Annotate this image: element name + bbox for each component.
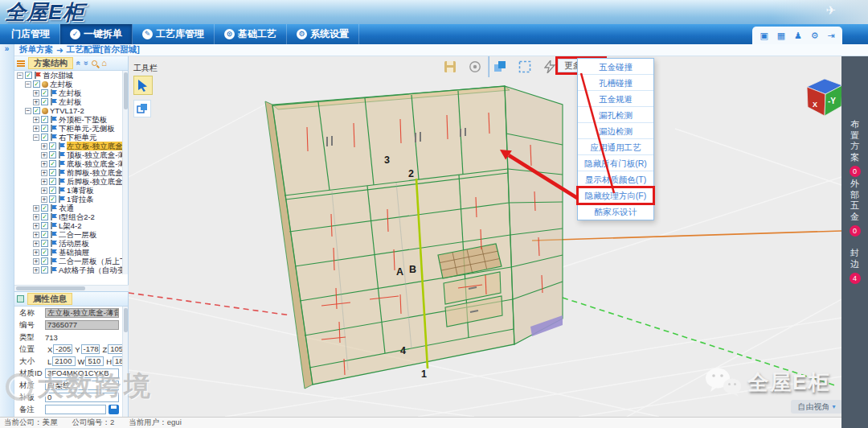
context-menu-item-隐藏纹理方向(F)[interactable]: 隐藏纹理方向(F)	[578, 187, 653, 204]
checkbox[interactable]: ✓	[41, 249, 48, 256]
tree-row[interactable]: +✓后脚板-独立底盒	[14, 177, 122, 186]
tree-row[interactable]: +✓A款格子抽（自动变格数	[14, 265, 122, 274]
expand-node-icon[interactable]: +	[33, 241, 39, 247]
checkbox[interactable]: ✓	[41, 240, 48, 247]
checkbox[interactable]: ✓	[49, 142, 56, 150]
context-menu-item-孔槽碰撞[interactable]: 孔槽碰撞	[578, 75, 653, 91]
checkbox[interactable]: ✓	[33, 107, 40, 114]
checkbox[interactable]: ✓	[41, 98, 48, 105]
tree-row[interactable]: +✓外顶柜-下垫板	[14, 115, 122, 124]
tree-row[interactable]: +✓左封板	[14, 97, 122, 106]
menu-tab-一键拆单[interactable]: ✓一键拆单	[60, 24, 133, 44]
checkbox[interactable]: ✓	[49, 178, 56, 185]
tree-row[interactable]: +✓前脚板-独立底盒	[14, 168, 122, 177]
panel-collapse-strip[interactable]: »	[0, 44, 14, 417]
focus-target-button[interactable]	[467, 59, 483, 75]
props-vertical-scrollbar[interactable]	[122, 307, 128, 418]
tree-row[interactable]: +✓底板-独立底盒-薄背板	[14, 159, 122, 168]
checkbox[interactable]: ✓	[49, 187, 56, 194]
checkbox[interactable]: ✓	[49, 169, 56, 176]
right-tab-布置方案[interactable]: 布置方案0	[841, 119, 868, 177]
right-tab-外部五金[interactable]: 外部五金0	[841, 179, 868, 237]
x-field[interactable]: -2051.5	[53, 344, 72, 354]
right-tab-封边[interactable]: 封边4	[841, 248, 868, 284]
expand-node-icon[interactable]: +	[41, 161, 47, 167]
collapse-node-icon[interactable]: −	[25, 81, 31, 88]
tree-row[interactable]: +✓下柜单元-无侧板	[14, 124, 122, 133]
marquee-select-button[interactable]	[517, 59, 533, 75]
collapse-node-icon[interactable]: −	[17, 72, 23, 79]
expand-node-icon[interactable]: +	[33, 99, 39, 105]
checkbox[interactable]: ✓	[41, 89, 48, 97]
tree-row[interactable]: +✓1背拉条	[14, 195, 122, 204]
copy-tool-button[interactable]	[133, 100, 151, 117]
context-menu-item-漏孔检测[interactable]: 漏孔检测	[578, 107, 653, 123]
checkbox[interactable]: ✓	[41, 231, 48, 238]
expand-node-icon[interactable]: +	[41, 196, 47, 203]
tree-horizontal-scrollbar[interactable]	[14, 285, 129, 291]
tree-row[interactable]: −✓右下柜单元	[14, 133, 122, 142]
quick-action-button[interactable]	[542, 59, 558, 75]
expand-all-icon[interactable]: «	[81, 61, 90, 66]
menu-tab-工艺库管理[interactable]: ✎工艺库管理	[133, 24, 215, 44]
context-menu-item-五金碰撞[interactable]: 五金碰撞	[578, 59, 653, 75]
home-icon[interactable]: ⌂	[101, 59, 107, 68]
menu-tab-门店管理[interactable]: 门店管理	[2, 24, 60, 44]
tree-row[interactable]: −✓首尔甜城	[14, 71, 122, 80]
tree-row[interactable]: −✓左封板	[14, 80, 122, 88]
user-icon[interactable]: ♟	[794, 31, 802, 40]
expand-node-icon[interactable]: +	[33, 205, 39, 212]
breadcrumb-path[interactable]: 拆单方案	[19, 44, 53, 56]
exit-icon[interactable]: ⇥	[827, 31, 834, 40]
save-scene-button[interactable]	[442, 59, 458, 75]
tree-row[interactable]: +✓二合一层板	[14, 230, 122, 239]
length-field[interactable]: 2100	[52, 356, 75, 366]
display-icon[interactable]: ▣	[760, 31, 768, 40]
expand-node-icon[interactable]: +	[33, 249, 39, 256]
collapse-panel-icon[interactable]: »	[5, 44, 10, 53]
material-field[interactable]: 白梨纹	[45, 381, 119, 390]
expand-node-icon[interactable]: +	[33, 223, 39, 229]
tree-row[interactable]: +✓1薄背板	[14, 186, 122, 195]
checkbox[interactable]: ✓	[41, 213, 48, 220]
context-menu-item-显示材质颜色(T)[interactable]: 显示材质颜色(T)	[578, 171, 653, 187]
expand-node-icon[interactable]: +	[33, 232, 39, 238]
menu-tab-系统设置[interactable]: ⚙系统设置	[287, 24, 359, 44]
checkbox[interactable]: ✓	[49, 151, 56, 158]
viewport-3d[interactable]: 3 2 A B 4 1 工具栏	[129, 56, 841, 417]
checkbox[interactable]: ✓	[49, 195, 56, 203]
cabinet-model[interactable]	[265, 86, 563, 389]
checkbox[interactable]: ✓	[41, 222, 48, 229]
context-menu-item-漏边检测[interactable]: 漏边检测	[578, 123, 653, 139]
expand-node-icon[interactable]: +	[33, 267, 39, 274]
remark-field[interactable]	[45, 405, 106, 414]
checkbox[interactable]: ✓	[41, 266, 48, 274]
navigation-cube[interactable]: X -Y	[800, 69, 841, 122]
checkbox[interactable]: ✓	[41, 125, 48, 132]
checkbox[interactable]: ✓	[33, 80, 40, 88]
context-menu-item-酷家乐设计[interactable]: 酷家乐设计	[578, 204, 653, 220]
menu-icon[interactable]	[17, 60, 25, 67]
context-menu-item-隐藏所有门板(R)[interactable]: 隐藏所有门板(R)	[578, 155, 653, 171]
expand-node-icon[interactable]: +	[41, 152, 47, 158]
tree-row[interactable]: +✓L架4-2	[14, 221, 122, 230]
context-menu-item-五金规避[interactable]: 五金规避	[578, 91, 653, 107]
expand-node-icon[interactable]: +	[33, 117, 39, 123]
expand-node-icon[interactable]: +	[41, 143, 47, 150]
tree-row[interactable]: +✓活动层板	[14, 239, 122, 248]
tree-row[interactable]: +✓左立板-独立底盒-薄背板	[14, 142, 122, 150]
checkbox[interactable]: ✓	[41, 116, 48, 123]
company-icon[interactable]: ▦	[777, 31, 785, 40]
view-mode-dropdown[interactable]: 自由视角▾	[791, 400, 841, 414]
expand-node-icon[interactable]: +	[33, 90, 39, 97]
tree-row[interactable]: −✓YTVL17-2	[14, 106, 122, 115]
tree-row[interactable]: +✓二合一层板（后上下灯带	[14, 257, 122, 265]
settings-icon[interactable]: ⚙	[811, 31, 819, 40]
tree-row[interactable]: +✓左封板	[14, 88, 122, 97]
menu-tab-基础工艺[interactable]: ⊙基础工艺	[215, 24, 287, 44]
collapse-node-icon[interactable]: −	[33, 134, 39, 141]
expand-node-icon[interactable]: +	[33, 214, 39, 220]
tree-vertical-scrollbar[interactable]	[122, 71, 128, 274]
y-field[interactable]: -1783.4	[81, 344, 100, 354]
checkbox[interactable]: ✓	[41, 257, 48, 265]
